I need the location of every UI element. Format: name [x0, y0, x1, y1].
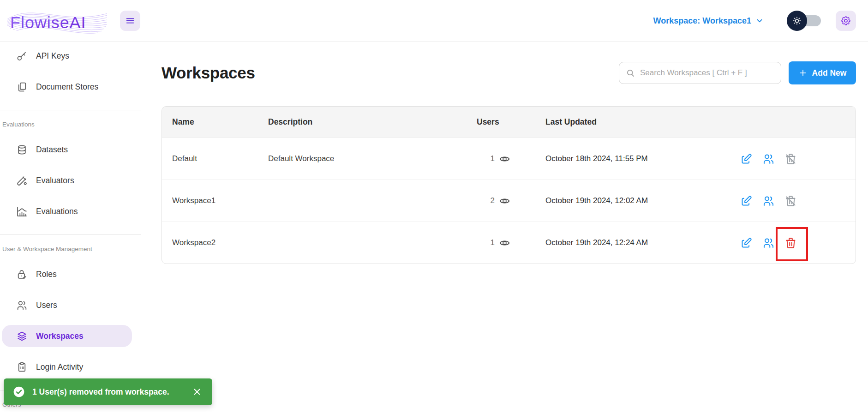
page-title: Workspaces — [162, 64, 255, 82]
cell-users-count: 1 — [491, 154, 495, 163]
sidebar-nav: API Keys Document Stores Evaluations Dat… — [0, 42, 141, 414]
toggle-thumb — [787, 11, 807, 31]
manage-users-button[interactable] — [762, 237, 775, 249]
eye-icon — [499, 153, 510, 165]
sidebar-item-label: Evaluators — [36, 176, 74, 186]
sidebar-divider — [0, 234, 141, 235]
users-icon — [762, 195, 775, 207]
edit-workspace-button[interactable] — [740, 237, 753, 249]
sidebar-item-label: Document Stores — [36, 82, 98, 92]
sidebar-item-label: Login Activity — [36, 362, 83, 372]
cell-users-count: 1 — [491, 238, 495, 247]
top-app-bar: FlowiseAI Workspace: Workspace1 — [0, 0, 868, 42]
cell-description: Default Workspace — [268, 154, 477, 163]
users-icon — [762, 153, 775, 165]
workspace-selector-label: Workspace: Workspace1 — [653, 16, 751, 26]
edit-icon — [740, 153, 753, 165]
sidebar-item-document-stores[interactable]: Document Stores — [2, 76, 132, 98]
chevron-down-icon — [755, 17, 764, 25]
column-header-description: Description — [268, 117, 477, 127]
database-icon — [16, 144, 28, 156]
cell-users-count: 2 — [491, 196, 495, 205]
eye-icon — [499, 195, 510, 207]
trash-icon — [784, 237, 797, 249]
cell-name: Workspace2 — [162, 238, 268, 247]
hamburger-icon — [125, 16, 135, 26]
toast-message: 1 User(s) removed from workspace. — [32, 387, 169, 397]
dark-mode-toggle[interactable] — [787, 11, 822, 31]
delete-workspace-button-disabled — [784, 153, 797, 165]
view-users-button[interactable] — [499, 237, 510, 249]
search-icon — [626, 68, 635, 78]
sidebar-item-datasets[interactable]: Datasets — [2, 138, 132, 161]
edit-workspace-button[interactable] — [740, 153, 753, 165]
column-header-last-updated: Last Updated — [510, 117, 718, 127]
column-header-name: Name — [162, 117, 268, 127]
sidebar-item-label: Roles — [36, 270, 57, 279]
sidebar-item-api-keys[interactable]: API Keys — [2, 45, 132, 67]
documents-icon — [16, 81, 28, 93]
sidebar-divider — [0, 110, 141, 110]
workspaces-table: Name Description Users Last Updated Defa… — [162, 106, 856, 264]
sidebar-item-label: Evaluations — [36, 207, 78, 216]
layers-icon — [16, 330, 28, 342]
plus-icon — [798, 68, 808, 78]
sidebar-item-evaluations[interactable]: Evaluations — [2, 200, 132, 222]
cell-name: Default — [162, 154, 268, 163]
edit-workspace-button[interactable] — [740, 195, 753, 207]
manage-users-button[interactable] — [762, 195, 775, 207]
trash-off-icon — [784, 153, 797, 165]
delete-workspace-button-disabled — [784, 195, 797, 207]
flowise-logo: FlowiseAI — [5, 6, 110, 36]
gear-icon — [840, 15, 851, 26]
main-content: Workspaces Add New Name D — [141, 42, 868, 414]
success-toast: 1 User(s) removed from workspace. — [4, 378, 212, 405]
sidebar-item-roles[interactable]: Roles — [2, 263, 132, 285]
sidebar-toggle-button[interactable] — [120, 11, 140, 31]
delete-workspace-button-highlighted[interactable] — [784, 237, 797, 249]
sidebar-item-login-activity[interactable]: Login Activity — [2, 356, 132, 378]
edit-icon — [740, 237, 753, 249]
table-header-row: Name Description Users Last Updated — [162, 107, 856, 138]
sidebar-section-user-workspace-management: User & Workspace Management — [2, 246, 141, 252]
eye-icon — [499, 237, 510, 249]
sidebar-item-users[interactable]: Users — [2, 294, 132, 316]
cell-last-updated: October 19th 2024, 12:24 AM — [510, 238, 718, 247]
check-circle-icon — [13, 386, 25, 398]
sidebar-item-label: Users — [36, 300, 57, 310]
table-row: Workspace1 2 October 19th 2024, 12:02 AM — [162, 180, 856, 222]
users-icon — [762, 237, 775, 249]
workspace-selector[interactable]: Workspace: Workspace1 — [653, 16, 764, 26]
trash-off-icon — [784, 195, 797, 207]
table-row: Workspace2 1 October 19th 2024, 12:24 AM — [162, 222, 856, 264]
lock-check-icon — [16, 269, 28, 280]
users-icon — [16, 300, 28, 311]
view-users-button[interactable] — [499, 195, 510, 207]
sidebar-item-workspaces[interactable]: Workspaces — [2, 325, 132, 347]
search-input[interactable] — [640, 68, 774, 78]
sidebar-item-label: Workspaces — [36, 331, 84, 341]
column-header-users: Users — [477, 117, 510, 127]
add-new-button[interactable]: Add New — [789, 61, 856, 84]
logo-text: FlowiseAI — [10, 13, 86, 32]
settings-button[interactable] — [836, 11, 856, 31]
table-row: Default Default Workspace 1 October 18th… — [162, 138, 856, 180]
sidebar-item-label: API Keys — [36, 51, 69, 61]
sidebar-section-evaluations: Evaluations — [2, 121, 141, 128]
sidebar-item-evaluators[interactable]: Evaluators — [2, 169, 132, 192]
close-icon — [192, 387, 202, 397]
view-users-button[interactable] — [499, 153, 510, 165]
chart-histogram-icon — [16, 206, 28, 217]
cell-name: Workspace1 — [162, 196, 268, 205]
edit-icon — [740, 195, 753, 207]
cell-last-updated: October 18th 2024, 11:55 PM — [510, 154, 718, 163]
test-pipe-icon — [16, 175, 28, 186]
clipboard-icon — [16, 361, 28, 373]
sidebar-item-label: Datasets — [36, 145, 68, 155]
cell-last-updated: October 19th 2024, 12:02 AM — [510, 196, 718, 205]
manage-users-button[interactable] — [762, 153, 775, 165]
key-icon — [16, 50, 28, 62]
search-box[interactable] — [619, 62, 781, 84]
toast-close-button[interactable] — [192, 387, 202, 397]
add-new-label: Add New — [812, 68, 847, 78]
